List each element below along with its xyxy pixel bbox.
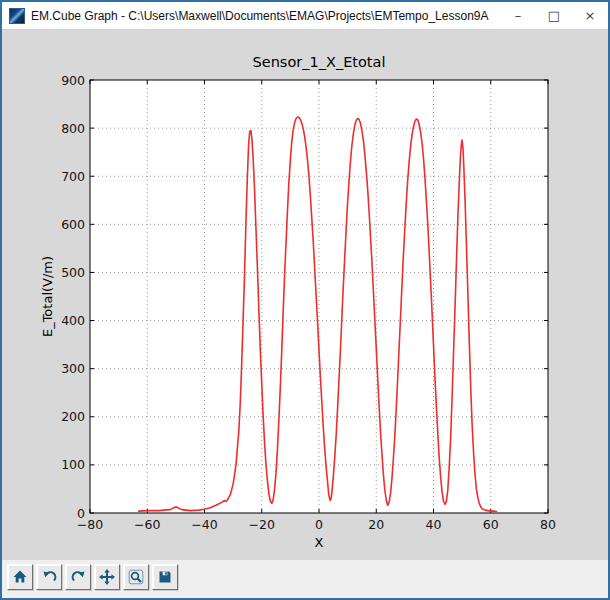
svg-text:80: 80 (540, 517, 556, 532)
svg-text:700: 700 (61, 169, 85, 184)
save-button[interactable] (152, 564, 178, 590)
svg-text:300: 300 (61, 361, 85, 376)
svg-text:0: 0 (315, 517, 323, 532)
save-icon (157, 569, 173, 585)
x-axis-label: X (315, 535, 324, 550)
figure-canvas[interactable]: −80−60−40−200204060800100200300400500600… (2, 30, 608, 560)
svg-text:−40: −40 (191, 517, 217, 532)
back-button[interactable] (36, 564, 62, 590)
forward-button[interactable] (65, 564, 91, 590)
chart-title: Sensor_1_X_Etotal (253, 54, 386, 70)
zoom-icon (128, 569, 144, 585)
svg-text:600: 600 (61, 217, 85, 232)
y-axis-label: E_Total(V/m) (40, 256, 55, 337)
svg-text:500: 500 (61, 265, 85, 280)
pan-button[interactable] (94, 564, 120, 590)
svg-text:800: 800 (61, 121, 85, 136)
svg-text:400: 400 (61, 313, 85, 328)
window-title: EM.Cube Graph - C:\Users\Maxwell\Documen… (31, 9, 489, 23)
svg-text:200: 200 (61, 409, 85, 424)
zoom-button[interactable] (123, 564, 149, 590)
plot-svg: −80−60−40−200204060800100200300400500600… (2, 30, 608, 560)
close-button[interactable]: × (572, 2, 608, 29)
pan-icon (99, 569, 115, 585)
svg-text:100: 100 (61, 457, 85, 472)
home-icon (12, 569, 28, 585)
svg-text:−20: −20 (249, 517, 275, 532)
svg-text:20: 20 (368, 517, 384, 532)
svg-text:60: 60 (483, 517, 499, 532)
home-button[interactable] (7, 564, 33, 590)
maximize-button[interactable]: □ (536, 2, 572, 29)
back-icon (42, 570, 57, 585)
svg-text:40: 40 (426, 517, 442, 532)
title-bar[interactable]: EM.Cube Graph - C:\Users\Maxwell\Documen… (2, 2, 608, 30)
forward-icon (71, 570, 86, 585)
svg-text:−60: −60 (134, 517, 160, 532)
app-window: EM.Cube Graph - C:\Users\Maxwell\Documen… (0, 0, 610, 600)
nav-toolbar (2, 560, 608, 598)
app-icon (9, 8, 25, 24)
minimize-button[interactable]: – (500, 2, 536, 29)
window-controls: – □ × (500, 2, 608, 29)
svg-text:0: 0 (77, 506, 85, 521)
svg-text:900: 900 (61, 73, 85, 88)
